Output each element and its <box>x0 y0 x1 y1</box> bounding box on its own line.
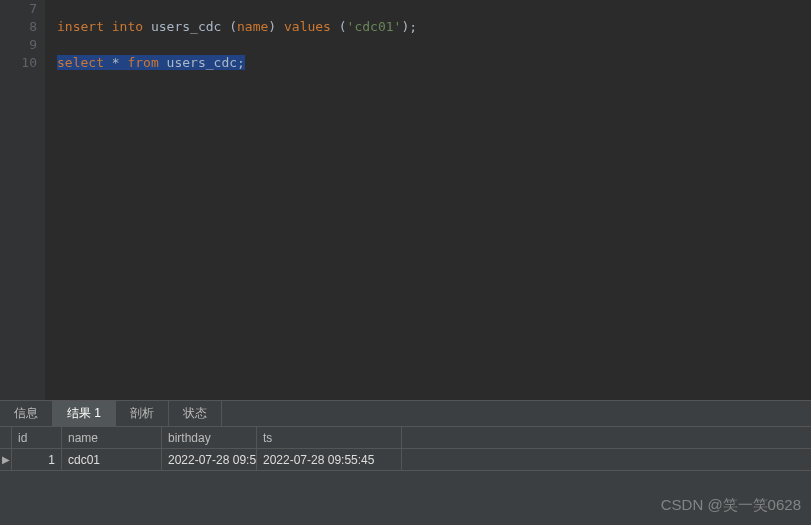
current-row-icon: ▶ <box>0 449 12 470</box>
tab-status[interactable]: 状态 <box>169 401 222 426</box>
line-number: 9 <box>0 36 37 54</box>
code-line <box>57 0 811 18</box>
tab-result[interactable]: 结果 1 <box>53 401 116 426</box>
line-number: 10 <box>0 54 37 72</box>
cell-name[interactable]: cdc01 <box>62 449 162 470</box>
line-number: 7 <box>0 0 37 18</box>
code-line <box>57 36 811 54</box>
results-panel: 信息 结果 1 剖析 状态 id name birthday ts ▶ 1 cd… <box>0 400 811 525</box>
column-header-birthday[interactable]: birthday <box>162 427 257 448</box>
column-header-ts[interactable]: ts <box>257 427 402 448</box>
sql-editor[interactable]: 7 8 9 10 insert into users_cdc (name) va… <box>0 0 811 400</box>
code-area[interactable]: insert into users_cdc (name) values ('cd… <box>45 0 811 400</box>
cell-ts[interactable]: 2022-07-28 09:55:45 <box>257 449 402 470</box>
table-row[interactable]: ▶ 1 cdc01 2022-07-28 09:5 2022-07-28 09:… <box>0 449 811 471</box>
tab-profile[interactable]: 剖析 <box>116 401 169 426</box>
column-header-name[interactable]: name <box>62 427 162 448</box>
code-line: select * from users_cdc; <box>57 54 811 72</box>
cell-id[interactable]: 1 <box>12 449 62 470</box>
code-line: insert into users_cdc (name) values ('cd… <box>57 18 811 36</box>
line-gutter: 7 8 9 10 <box>0 0 45 400</box>
grid-header: id name birthday ts <box>0 427 811 449</box>
line-number: 8 <box>0 18 37 36</box>
selected-text: select * from users_cdc; <box>57 55 245 70</box>
cell-birthday[interactable]: 2022-07-28 09:5 <box>162 449 257 470</box>
column-header-id[interactable]: id <box>12 427 62 448</box>
tab-info[interactable]: 信息 <box>0 401 53 426</box>
results-tabs: 信息 结果 1 剖析 状态 <box>0 401 811 427</box>
row-indicator-header <box>0 427 12 448</box>
